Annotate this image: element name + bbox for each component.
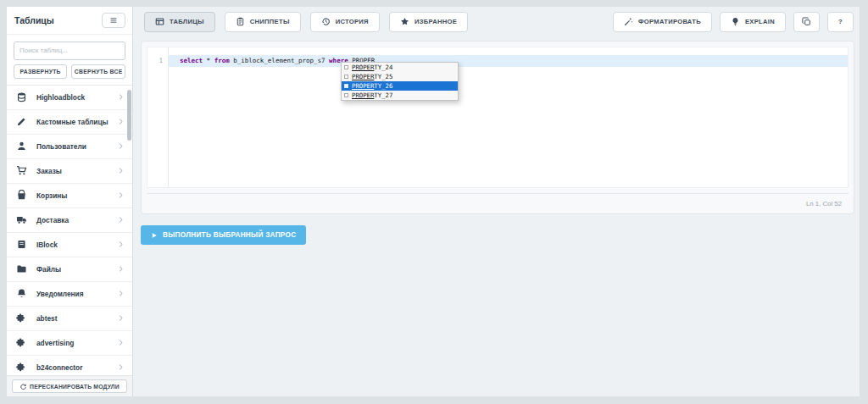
sidebar-item-заказы[interactable]: Заказы <box>7 159 132 184</box>
hint-match: PROPER <box>352 73 374 80</box>
sidebar-item-advertising[interactable]: advertising <box>7 331 132 356</box>
sidebar-search-wrap <box>7 35 132 60</box>
sidebar-menu-button[interactable] <box>102 13 125 28</box>
expand-button[interactable]: РАЗВЕРНУТЬ <box>14 64 67 79</box>
tab-таблицы[interactable]: ТАБЛИЦЫ <box>144 12 215 32</box>
hint-rest: TY_26 <box>374 82 392 90</box>
autocomplete-item-property-24[interactable]: PROPERTY_24 <box>342 63 458 72</box>
sidebar-item-пользователи[interactable]: Пользователи <box>7 135 132 159</box>
bell-icon <box>16 288 27 299</box>
checkbox-icon <box>344 84 348 88</box>
checkbox-icon <box>344 65 348 69</box>
line-number: 1 <box>147 55 168 67</box>
toolbar-actions: ФОРМАТИРОВАТЬ EXPLAIN ? <box>613 12 854 32</box>
star-icon <box>400 17 409 26</box>
sidebar-item-label: IBlock <box>36 241 58 249</box>
sidebar-item-b24connector[interactable]: b24connector <box>7 356 132 376</box>
tab-сниппеты[interactable]: СНИППЕТЫ <box>225 12 301 32</box>
sidebar-scrollbar-thumb[interactable] <box>127 90 131 141</box>
tab-label: ТАБЛИЦЫ <box>170 18 204 25</box>
hint-rest: TY_27 <box>374 91 392 99</box>
database-icon <box>16 91 27 102</box>
puzzle-icon <box>16 362 27 373</box>
chevron-right-icon <box>117 241 125 248</box>
tab-label: ИЗБРАННОЕ <box>415 18 457 25</box>
folder-icon <box>16 263 27 274</box>
sidebar-title: Таблицы <box>14 15 54 25</box>
user-icon <box>16 141 27 152</box>
sql-editor[interactable]: 1 select * from b_iblock_element_prop_s7… <box>147 47 849 188</box>
chevron-right-icon <box>117 167 125 174</box>
hint-rest: TY_25 <box>374 73 392 80</box>
sidebar-item-label: Файлы <box>36 265 61 274</box>
sidebar-item-highloadblock[interactable]: Highloadblock <box>7 86 132 110</box>
sql-keyword-token: from <box>214 57 230 64</box>
cursor-position: Ln 1, Col 52 <box>806 200 842 208</box>
sidebar-item-label: b24connector <box>36 363 82 372</box>
action-label: ФОРМАТИРОВАТЬ <box>638 18 701 25</box>
cart-icon <box>16 165 27 176</box>
refresh-icon <box>19 383 27 390</box>
collapse-all-button[interactable]: СВЕРНУТЬ ВСЕ <box>71 64 125 79</box>
view-tabs: ТАБЛИЦЫ СНИППЕТЫ ИСТОРИЯ ИЗБРАННОЕ <box>144 12 468 32</box>
hint-rest: TY_24 <box>374 64 392 71</box>
top-toolbar: ТАБЛИЦЫ СНИППЕТЫ ИСТОРИЯ ИЗБРАННОЕ ФОРМА… <box>133 7 860 32</box>
checkbox-icon <box>344 93 348 97</box>
copy-button[interactable] <box>793 12 820 32</box>
action-label: EXPLAIN <box>745 18 775 25</box>
sidebar-expand-controls: РАЗВЕРНУТЬ СВЕРНУТЬ ВСЕ <box>7 60 132 85</box>
sidebar-item-label: advertising <box>36 339 74 347</box>
rescan-modules-label: ПЕРЕСКАНИРОВАТЬ МОДУЛИ <box>30 384 120 390</box>
basket-icon <box>16 190 27 201</box>
sidebar-header: Таблицы <box>7 7 132 35</box>
sql-text-token: * <box>203 57 214 64</box>
search-input[interactable] <box>14 42 125 60</box>
sidebar-item-кастомные-таблицы[interactable]: Кастомные таблицы <box>7 110 132 135</box>
chevron-right-icon <box>117 93 125 101</box>
chevron-right-icon <box>117 191 125 199</box>
chevron-right-icon <box>117 363 125 371</box>
sidebar-item-iblock[interactable]: IBlock <box>7 233 132 257</box>
sidebar-item-label: Кастомные таблицы <box>36 118 108 126</box>
chevron-right-icon <box>117 216 125 224</box>
sql-text-token: b_iblock_element_prop_s7 <box>230 57 329 64</box>
sidebar-item-label: Корзины <box>36 191 67 200</box>
pencil-icon <box>16 116 27 127</box>
sidebar: Таблицы РАЗВЕРНУТЬ СВЕРНУТЬ ВСЕ Highload… <box>7 7 133 396</box>
tab-избранное[interactable]: ИЗБРАННОЕ <box>389 12 468 32</box>
sql-keyword-token: select <box>180 57 203 64</box>
tab-история[interactable]: ИСТОРИЯ <box>310 12 380 32</box>
chevron-right-icon <box>117 290 125 297</box>
wand-icon <box>624 17 633 26</box>
autocomplete-item-property-27[interactable]: PROPERTY_27 <box>342 91 458 100</box>
code-line[interactable]: select * from b_iblock_element_prop_s7 w… <box>169 55 848 67</box>
sidebar-footer: ПЕРЕСКАНИРОВАТЬ МОДУЛИ <box>7 375 132 396</box>
sidebar-item-файлы[interactable]: Файлы <box>7 257 132 282</box>
rescan-modules-button[interactable]: ПЕРЕСКАНИРОВАТЬ МОДУЛИ <box>12 379 127 393</box>
chevron-right-icon <box>117 339 125 346</box>
run-selected-query-button[interactable]: ВЫПОЛНИТЬ ВЫБРАННЫЙ ЗАПРОС <box>141 225 306 245</box>
sidebar-item-label: Заказы <box>36 167 62 175</box>
help-button[interactable]: ? <box>827 12 854 32</box>
run-row: ВЫПОЛНИТЬ ВЫБРАННЫЙ ЗАПРОС <box>141 225 860 245</box>
sidebar-item-abtest[interactable]: abtest <box>7 307 132 331</box>
autocomplete-item-property-26[interactable]: PROPERTY_26 <box>342 81 458 91</box>
sidebar-item-доставка[interactable]: Доставка <box>7 208 132 233</box>
explain-button[interactable]: EXPLAIN <box>720 12 786 32</box>
checkbox-icon <box>344 75 348 79</box>
hint-match: PROPER <box>352 64 374 71</box>
editor-code-area[interactable]: select * from b_iblock_element_prop_s7 w… <box>169 47 848 187</box>
run-selected-query-label: ВЫПОЛНИТЬ ВЫБРАННЫЙ ЗАПРОС <box>163 231 296 239</box>
table-icon <box>155 17 164 26</box>
autocomplete-item-property-25[interactable]: PROPERTY_25 <box>342 72 458 81</box>
format-button[interactable]: ФОРМАТИРОВАТЬ <box>613 12 712 32</box>
sidebar-item-корзины[interactable]: Корзины <box>7 184 132 208</box>
editor-statusbar: Ln 1, Col 52 <box>147 193 849 213</box>
tab-label: СНИППЕТЫ <box>250 18 290 25</box>
sidebar-item-уведомления[interactable]: Уведомления <box>7 282 132 307</box>
sidebar-item-label: Уведомления <box>36 290 84 298</box>
action-label: ? <box>838 18 843 25</box>
autocomplete-popup: PROPERTY_24 PROPERTY_25 PROPERTY_26 PROP… <box>341 62 459 101</box>
chevron-right-icon <box>117 314 125 322</box>
chevron-right-icon <box>117 265 125 273</box>
